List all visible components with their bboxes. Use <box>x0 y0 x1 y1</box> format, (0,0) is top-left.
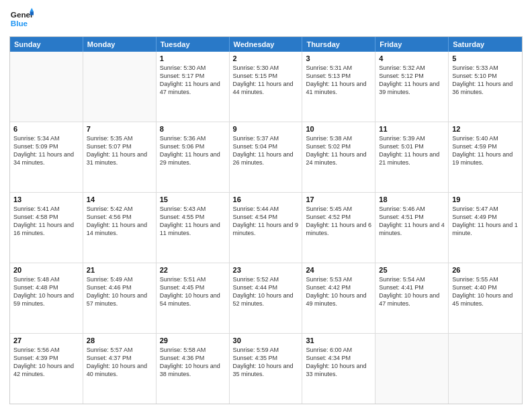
day-cell-4: 4Sunrise: 5:32 AMSunset: 5:12 PMDaylight… <box>375 52 449 122</box>
calendar-body: 1Sunrise: 5:30 AMSunset: 5:17 PMDaylight… <box>10 52 522 404</box>
day-cell-5: 5Sunrise: 5:33 AMSunset: 5:10 PMDaylight… <box>449 52 522 122</box>
day-cell-18: 18Sunrise: 5:46 AMSunset: 4:51 PMDayligh… <box>375 193 449 263</box>
day-number: 12 <box>452 125 519 133</box>
day-info: Sunrise: 5:45 AMSunset: 4:52 PMDaylight:… <box>306 205 371 238</box>
day-number: 29 <box>160 336 226 345</box>
header-day-sunday: Sunday <box>10 37 83 52</box>
day-cell-21: 21Sunrise: 5:49 AMSunset: 4:46 PMDayligh… <box>83 263 157 333</box>
day-cell-24: 24Sunrise: 5:53 AMSunset: 4:42 PMDayligh… <box>302 263 375 333</box>
logo-icon: General Blue <box>9 7 34 31</box>
day-number: 2 <box>233 54 299 62</box>
day-number: 10 <box>306 125 371 133</box>
header-day-friday: Friday <box>375 37 449 52</box>
day-number: 9 <box>233 125 299 133</box>
day-cell-14: 14Sunrise: 5:42 AMSunset: 4:56 PMDayligh… <box>83 193 157 263</box>
page: General Blue SundayMondayTuesdayWednesda… <box>0 0 532 411</box>
header-day-saturday: Saturday <box>449 37 522 52</box>
day-info: Sunrise: 5:30 AMSunset: 5:17 PMDaylight:… <box>160 64 226 97</box>
calendar-row-0: 1Sunrise: 5:30 AMSunset: 5:17 PMDaylight… <box>10 52 522 122</box>
day-number: 14 <box>87 195 152 203</box>
day-info: Sunrise: 5:44 AMSunset: 4:54 PMDaylight:… <box>233 205 299 238</box>
day-info: Sunrise: 5:55 AMSunset: 4:40 PMDaylight:… <box>452 275 519 308</box>
header-day-thursday: Thursday <box>302 37 375 52</box>
day-number: 22 <box>160 266 226 274</box>
day-number: 15 <box>160 195 226 203</box>
day-cell-13: 13Sunrise: 5:41 AMSunset: 4:58 PMDayligh… <box>10 193 83 263</box>
day-info: Sunrise: 6:00 AMSunset: 4:34 PMDaylight:… <box>306 346 371 379</box>
calendar: SundayMondayTuesdayWednesdayThursdayFrid… <box>9 36 523 404</box>
day-info: Sunrise: 5:33 AMSunset: 5:10 PMDaylight:… <box>452 64 519 97</box>
day-info: Sunrise: 5:42 AMSunset: 4:56 PMDaylight:… <box>87 205 152 238</box>
calendar-row-4: 27Sunrise: 5:56 AMSunset: 4:39 PMDayligh… <box>10 334 522 404</box>
day-cell-30: 30Sunrise: 5:59 AMSunset: 4:35 PMDayligh… <box>230 334 303 404</box>
empty-cell-0-0 <box>10 52 83 122</box>
day-cell-26: 26Sunrise: 5:55 AMSunset: 4:40 PMDayligh… <box>449 263 522 333</box>
day-number: 31 <box>306 336 371 345</box>
day-cell-15: 15Sunrise: 5:43 AMSunset: 4:55 PMDayligh… <box>157 193 230 263</box>
day-number: 18 <box>379 195 445 203</box>
empty-cell-0-1 <box>83 52 157 122</box>
day-info: Sunrise: 5:57 AMSunset: 4:37 PMDaylight:… <box>87 346 152 379</box>
day-number: 26 <box>452 266 519 274</box>
day-number: 17 <box>306 195 371 203</box>
calendar-row-2: 13Sunrise: 5:41 AMSunset: 4:58 PMDayligh… <box>10 193 522 263</box>
day-info: Sunrise: 5:48 AMSunset: 4:48 PMDaylight:… <box>13 275 79 308</box>
day-cell-31: 31Sunrise: 6:00 AMSunset: 4:34 PMDayligh… <box>302 334 375 404</box>
day-number: 6 <box>13 125 79 133</box>
day-info: Sunrise: 5:43 AMSunset: 4:55 PMDaylight:… <box>160 205 226 238</box>
svg-marker-3 <box>30 11 34 15</box>
day-info: Sunrise: 5:37 AMSunset: 5:04 PMDaylight:… <box>233 134 299 167</box>
day-cell-23: 23Sunrise: 5:52 AMSunset: 4:44 PMDayligh… <box>230 263 303 333</box>
day-number: 24 <box>306 266 371 274</box>
day-number: 16 <box>233 195 299 203</box>
day-number: 4 <box>379 54 445 62</box>
day-number: 5 <box>452 54 519 62</box>
day-info: Sunrise: 5:46 AMSunset: 4:51 PMDaylight:… <box>379 205 445 238</box>
day-number: 19 <box>452 195 519 203</box>
day-info: Sunrise: 5:49 AMSunset: 4:46 PMDaylight:… <box>87 275 152 308</box>
day-info: Sunrise: 5:41 AMSunset: 4:58 PMDaylight:… <box>13 205 79 238</box>
day-info: Sunrise: 5:58 AMSunset: 4:36 PMDaylight:… <box>160 346 226 379</box>
day-cell-1: 1Sunrise: 5:30 AMSunset: 5:17 PMDaylight… <box>157 52 230 122</box>
day-info: Sunrise: 5:36 AMSunset: 5:06 PMDaylight:… <box>160 134 226 167</box>
day-cell-17: 17Sunrise: 5:45 AMSunset: 4:52 PMDayligh… <box>302 193 375 263</box>
day-cell-8: 8Sunrise: 5:36 AMSunset: 5:06 PMDaylight… <box>157 122 230 192</box>
empty-cell-4-5 <box>375 334 449 404</box>
day-number: 21 <box>87 266 152 274</box>
day-cell-10: 10Sunrise: 5:38 AMSunset: 5:02 PMDayligh… <box>302 122 375 192</box>
header-day-wednesday: Wednesday <box>230 37 303 52</box>
day-cell-25: 25Sunrise: 5:54 AMSunset: 4:41 PMDayligh… <box>375 263 449 333</box>
day-cell-16: 16Sunrise: 5:44 AMSunset: 4:54 PMDayligh… <box>230 193 303 263</box>
day-cell-28: 28Sunrise: 5:57 AMSunset: 4:37 PMDayligh… <box>83 334 157 404</box>
calendar-row-3: 20Sunrise: 5:48 AMSunset: 4:48 PMDayligh… <box>10 263 522 334</box>
day-number: 20 <box>13 266 79 274</box>
header-day-monday: Monday <box>83 37 157 52</box>
header: General Blue <box>9 7 523 31</box>
day-number: 28 <box>87 336 152 345</box>
day-number: 11 <box>379 125 445 133</box>
day-cell-29: 29Sunrise: 5:58 AMSunset: 4:36 PMDayligh… <box>157 334 230 404</box>
calendar-header: SundayMondayTuesdayWednesdayThursdayFrid… <box>10 37 522 52</box>
day-info: Sunrise: 5:39 AMSunset: 5:01 PMDaylight:… <box>379 134 445 167</box>
svg-text:Blue: Blue <box>11 19 28 28</box>
day-number: 25 <box>379 266 445 274</box>
day-info: Sunrise: 5:53 AMSunset: 4:42 PMDaylight:… <box>306 275 371 308</box>
logo: General Blue <box>9 7 34 31</box>
day-number: 7 <box>87 125 152 133</box>
day-cell-27: 27Sunrise: 5:56 AMSunset: 4:39 PMDayligh… <box>10 334 83 404</box>
day-number: 30 <box>233 336 299 345</box>
day-info: Sunrise: 5:30 AMSunset: 5:15 PMDaylight:… <box>233 64 299 97</box>
day-info: Sunrise: 5:47 AMSunset: 4:49 PMDaylight:… <box>452 205 519 238</box>
day-info: Sunrise: 5:40 AMSunset: 4:59 PMDaylight:… <box>452 134 519 167</box>
day-number: 13 <box>13 195 79 203</box>
day-cell-12: 12Sunrise: 5:40 AMSunset: 4:59 PMDayligh… <box>449 122 522 192</box>
header-day-tuesday: Tuesday <box>157 37 230 52</box>
day-number: 8 <box>160 125 226 133</box>
day-cell-22: 22Sunrise: 5:51 AMSunset: 4:45 PMDayligh… <box>157 263 230 333</box>
day-info: Sunrise: 5:59 AMSunset: 4:35 PMDaylight:… <box>233 346 299 379</box>
day-cell-20: 20Sunrise: 5:48 AMSunset: 4:48 PMDayligh… <box>10 263 83 333</box>
day-number: 23 <box>233 266 299 274</box>
day-info: Sunrise: 5:32 AMSunset: 5:12 PMDaylight:… <box>379 64 445 97</box>
day-number: 27 <box>13 336 79 345</box>
calendar-row-1: 6Sunrise: 5:34 AMSunset: 5:09 PMDaylight… <box>10 122 522 193</box>
